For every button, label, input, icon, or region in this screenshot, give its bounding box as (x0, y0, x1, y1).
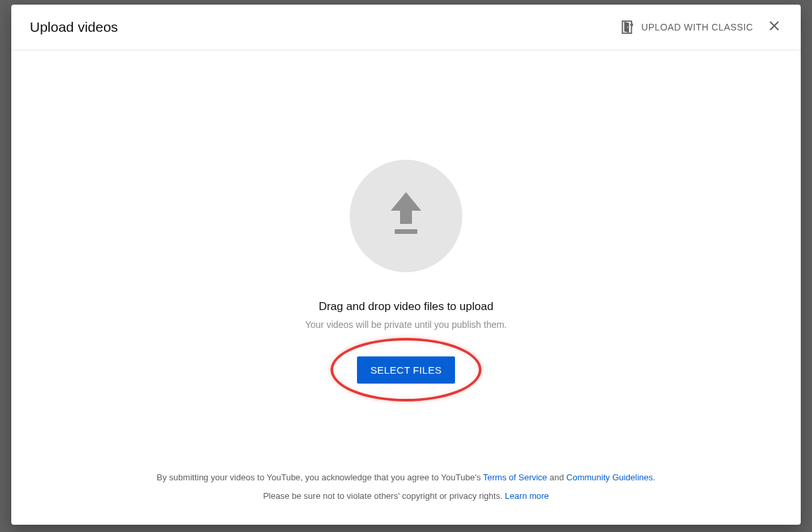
svg-point-1 (627, 27, 629, 28)
footer-line-1: By submitting your videos to YouTube, yo… (31, 468, 781, 486)
close-icon (766, 18, 782, 36)
dialog-title: Upload videos (30, 19, 118, 35)
footer-text: By submitting your videos to YouTube, yo… (157, 472, 483, 482)
upload-arrow-icon (387, 192, 425, 240)
footer-text: and (547, 472, 566, 482)
select-files-button[interactable]: SELECT FILES (357, 356, 455, 384)
dialog-footer: By submitting your videos to YouTube, yo… (11, 452, 801, 525)
header-actions: UPLOAD WITH CLASSIC (620, 18, 782, 36)
upload-dialog: Upload videos UPLOAD WITH CLASSIC (11, 5, 801, 525)
footer-text: Please be sure not to violate others' co… (263, 491, 505, 501)
close-button[interactable] (766, 18, 782, 36)
footer-line-2: Please be sure not to violate others' co… (31, 487, 781, 505)
exit-door-icon (620, 20, 634, 34)
upload-drop-zone[interactable] (350, 160, 462, 272)
upload-with-classic-button[interactable]: UPLOAD WITH CLASSIC (620, 20, 753, 34)
footer-text: . (653, 472, 656, 482)
community-guidelines-link[interactable]: Community Guidelines (566, 472, 653, 482)
dialog-content: Drag and drop video files to upload Your… (11, 50, 801, 452)
drag-drop-subtitle: Your videos will be private until you pu… (305, 319, 507, 330)
upload-with-classic-label: UPLOAD WITH CLASSIC (641, 22, 753, 32)
svg-rect-2 (395, 229, 417, 234)
select-files-wrapper: SELECT FILES (357, 356, 455, 384)
learn-more-link[interactable]: Learn more (505, 491, 548, 501)
dialog-header: Upload videos UPLOAD WITH CLASSIC (11, 5, 801, 50)
terms-of-service-link[interactable]: Terms of Service (483, 472, 547, 482)
drag-drop-title: Drag and drop video files to upload (319, 300, 493, 313)
